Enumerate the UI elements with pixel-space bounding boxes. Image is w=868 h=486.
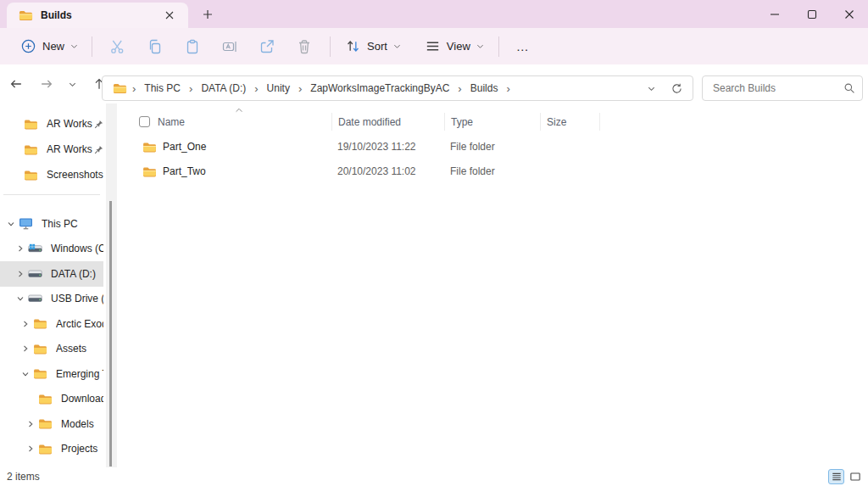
folder-icon xyxy=(38,444,55,455)
breadcrumb-builds[interactable]: Builds xyxy=(465,80,504,97)
maximize-icon[interactable] xyxy=(793,0,831,28)
sidebar-item-clipped[interactable] xyxy=(0,461,103,467)
folder-icon xyxy=(38,394,55,405)
toolbar-divider xyxy=(92,36,92,57)
explorer-tab-builds[interactable]: Builds xyxy=(7,3,188,28)
back-icon[interactable] xyxy=(4,72,28,96)
folder-icon xyxy=(142,142,157,153)
delete-button[interactable] xyxy=(286,33,323,60)
chevron-right-icon[interactable] xyxy=(23,420,38,428)
sidebar-item-data-d[interactable]: DATA (D:) xyxy=(0,261,103,287)
chevron-down-icon[interactable] xyxy=(13,294,28,303)
new-tab-icon[interactable] xyxy=(197,6,219,23)
folder-icon xyxy=(33,368,50,379)
chevron-right-icon[interactable] xyxy=(18,320,33,328)
command-bar: New Sort View xyxy=(0,28,868,64)
search-box[interactable] xyxy=(702,75,863,101)
sidebar-item-label: USB Drive (E:) xyxy=(51,293,103,304)
column-header-size[interactable]: Size xyxy=(540,113,600,131)
large-icons-view-button[interactable] xyxy=(847,469,863,484)
sidebar-scrollbar-thumb[interactable] xyxy=(109,201,112,466)
file-explorer-window: Builds New xyxy=(0,0,868,486)
chevron-down-icon[interactable] xyxy=(3,220,19,228)
more-options-button[interactable]: … xyxy=(506,37,540,55)
address-dropdown-icon[interactable] xyxy=(640,78,662,98)
breadcrumb-zapworks[interactable]: ZapWorksImageTrackingByAC xyxy=(305,80,454,97)
file-date-modified: 19/10/2023 11:22 xyxy=(331,141,444,153)
chevron-right-icon: › xyxy=(504,82,511,95)
minimize-icon[interactable] xyxy=(756,0,793,28)
search-icon[interactable] xyxy=(843,82,855,94)
copy-icon xyxy=(147,38,164,55)
details-view-button[interactable] xyxy=(828,469,844,484)
sidebar-item-assets[interactable]: Assets xyxy=(0,337,103,362)
column-header-date-modified[interactable]: Date modified xyxy=(331,113,444,131)
file-row-part-two[interactable]: Part_Two 20/10/2023 11:02 File folder xyxy=(127,159,746,184)
view-button[interactable]: View xyxy=(417,33,492,59)
copy-button[interactable] xyxy=(136,33,174,60)
plus-circle-icon xyxy=(20,38,36,54)
address-bar[interactable]: › This PC › DATA (D:) › Unity › ZapWorks… xyxy=(102,75,693,101)
sidebar-item-label: Arctic Exodu xyxy=(56,318,103,330)
sidebar-item-label: DATA (D:) xyxy=(51,268,103,280)
recent-locations-icon[interactable] xyxy=(64,72,81,96)
sidebar-item-screenshots[interactable]: Screenshots xyxy=(0,162,103,187)
sidebar-item-label: Assets xyxy=(56,343,103,355)
navigation-row: › This PC › DATA (D:) › Unity › ZapWorks… xyxy=(0,64,868,103)
chevron-right-icon[interactable] xyxy=(18,344,33,353)
sidebar-item-emerging-tech[interactable]: Emerging Te xyxy=(0,361,103,387)
titlebar: Builds xyxy=(0,0,868,28)
chevron-right-icon[interactable] xyxy=(13,244,28,253)
sidebar-item-label: Models xyxy=(61,418,103,430)
sidebar-item-downloaded[interactable]: Downloade xyxy=(0,387,103,412)
clipboard-icon xyxy=(184,38,201,55)
column-header-name[interactable]: Name xyxy=(127,113,331,131)
forward-icon[interactable] xyxy=(35,72,58,96)
sidebar-scrollbar[interactable] xyxy=(106,103,117,467)
cut-button[interactable] xyxy=(99,33,136,60)
sidebar-item-ar-workshop-2[interactable]: AR Workshop xyxy=(0,137,103,162)
sidebar-item-label: AR Workshop xyxy=(47,143,92,155)
sort-ascending-icon xyxy=(234,107,244,114)
sidebar-item-projects[interactable]: Projects xyxy=(0,437,103,462)
folder-icon xyxy=(33,344,50,355)
select-all-checkbox[interactable] xyxy=(139,116,150,127)
sidebar-item-windows-c[interactable]: Windows (C:) xyxy=(0,237,103,262)
sidebar-item-usb-drive-e[interactable]: USB Drive (E:) xyxy=(0,287,103,312)
sidebar-item-models[interactable]: Models xyxy=(0,411,103,437)
file-name: Part_One xyxy=(163,141,206,153)
sidebar-item-label: Projects xyxy=(61,443,103,455)
breadcrumb-data-drive[interactable]: DATA (D:) xyxy=(196,80,251,97)
rename-button[interactable] xyxy=(211,33,248,60)
folder-icon xyxy=(24,119,41,130)
refresh-icon[interactable] xyxy=(665,78,687,98)
sidebar-item-this-pc[interactable]: This PC xyxy=(0,211,103,237)
file-list-pane: Name Date modified Type Size xyxy=(127,103,868,467)
pin-icon xyxy=(94,120,103,129)
chevron-right-icon: › xyxy=(131,82,137,95)
chevron-down-icon[interactable] xyxy=(18,370,33,378)
file-type: File folder xyxy=(444,165,540,177)
column-header-type[interactable]: Type xyxy=(444,113,540,131)
share-button[interactable] xyxy=(248,33,286,60)
sidebar-item-label: This PC xyxy=(42,218,103,230)
sidebar-item-ar-workshop-1[interactable]: AR Workshop xyxy=(0,111,103,137)
paste-button[interactable] xyxy=(174,33,211,60)
chevron-right-icon[interactable] xyxy=(23,444,38,453)
toolbar-divider xyxy=(330,36,331,57)
search-input[interactable] xyxy=(713,82,843,94)
tab-close-icon[interactable] xyxy=(159,7,180,24)
sidebar-item-arctic-exodus[interactable]: Arctic Exodu xyxy=(0,311,103,337)
close-icon[interactable] xyxy=(831,0,868,28)
sidebar-item-label: Downloade xyxy=(61,393,103,405)
share-icon xyxy=(259,38,275,55)
chevron-right-icon[interactable] xyxy=(13,270,28,278)
folder-icon xyxy=(38,418,55,429)
breadcrumb-unity[interactable]: Unity xyxy=(262,80,295,97)
breadcrumb-this-pc[interactable]: This PC xyxy=(139,80,186,97)
new-button[interactable]: New xyxy=(14,33,85,59)
sort-button[interactable]: Sort xyxy=(337,33,409,59)
file-row-part-one[interactable]: Part_One 19/10/2023 11:22 File folder xyxy=(127,135,746,159)
rename-icon xyxy=(221,38,238,55)
column-label: Size xyxy=(547,116,566,128)
